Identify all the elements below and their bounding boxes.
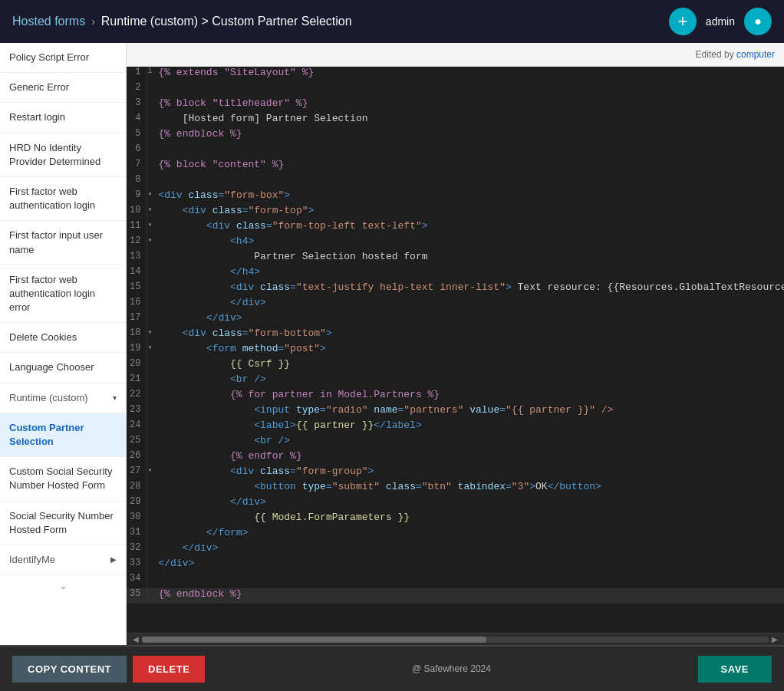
chevron-right-icon: ▶ bbox=[110, 554, 117, 565]
code-line: {% endfor %} bbox=[152, 450, 784, 466]
line-number: 12 bbox=[127, 235, 147, 251]
code-table: 1i{% extends "SiteLayout" %}2 3{% block … bbox=[127, 67, 784, 604]
code-line: Partner Selection hosted form bbox=[152, 251, 784, 266]
line-number: 32 bbox=[127, 542, 147, 558]
line-number: 27 bbox=[127, 466, 147, 481]
bottom-toolbar: COPY CONTENT DELETE @ Safewhere 2024 SAV… bbox=[0, 645, 784, 691]
sidebar-item-language-chooser[interactable]: Language Chooser bbox=[0, 353, 126, 383]
scroll-left-arrow[interactable]: ◀ bbox=[130, 635, 142, 643]
code-line: <div class="form-group"> bbox=[152, 466, 784, 481]
code-line: </div> bbox=[152, 558, 784, 573]
line-number: 26 bbox=[127, 450, 147, 466]
code-line: {{ Model.FormParameters }} bbox=[152, 512, 784, 527]
code-line: <div class="form-top-left text-left"> bbox=[152, 220, 784, 235]
editor-user-link[interactable]: computer bbox=[736, 49, 775, 60]
line-number: 6 bbox=[127, 143, 147, 159]
code-line bbox=[152, 82, 784, 97]
line-number: 24 bbox=[127, 420, 147, 435]
line-number: 11 bbox=[127, 220, 147, 235]
add-button[interactable]: + bbox=[669, 8, 697, 35]
breadcrumb: Hosted forms › Runtime (custom) > Custom… bbox=[12, 15, 352, 28]
line-number: 4 bbox=[127, 113, 147, 128]
line-number: 28 bbox=[127, 481, 147, 496]
line-number: 22 bbox=[127, 389, 147, 404]
code-line: <form method="post"> bbox=[152, 343, 784, 358]
line-number: 3 bbox=[127, 97, 147, 113]
sidebar-item-generic-error[interactable]: Generic Error bbox=[0, 73, 126, 103]
sidebar-item-policy-script-error[interactable]: Policy Script Error bbox=[0, 43, 126, 73]
sidebar-runtime-custom-label: Runtime (custom) bbox=[9, 391, 88, 405]
code-line: <div class="form-bottom"> bbox=[152, 327, 784, 343]
code-line: </div> bbox=[152, 542, 784, 558]
code-line: <br /> bbox=[152, 435, 784, 450]
sidebar-item-custom-ssn-hosted-form[interactable]: Custom Social Security Number Hosted For… bbox=[0, 457, 126, 501]
edited-by-text: Edited by computer bbox=[696, 49, 775, 60]
sidebar-item-restart-login[interactable]: Restart login bbox=[0, 103, 126, 133]
code-line bbox=[152, 143, 784, 159]
line-number: 25 bbox=[127, 435, 147, 450]
sidebar-item-runtime-custom[interactable]: Runtime (custom) ▾ bbox=[0, 383, 126, 413]
code-line bbox=[152, 573, 784, 588]
horizontal-scrollbar[interactable]: ◀ ▶ bbox=[127, 633, 784, 645]
editor-area: Edited by computer 1i{% extends "SiteLay… bbox=[127, 43, 784, 645]
header-actions: + admin ● bbox=[669, 8, 772, 35]
code-line: <br /> bbox=[152, 373, 784, 389]
code-line: <div class="form-top"> bbox=[152, 205, 784, 220]
sidebar-item-first-factor-input-user-name[interactable]: First factor input user name bbox=[0, 221, 126, 265]
scrollbar-track[interactable] bbox=[142, 637, 769, 643]
sidebar-item-custom-partner-selection[interactable]: Custom Partner Selection bbox=[0, 413, 126, 457]
footer-copyright: @ Safewhere 2024 bbox=[412, 663, 491, 674]
line-number: 8 bbox=[127, 174, 147, 189]
breadcrumb-home-link[interactable]: Hosted forms bbox=[12, 15, 85, 28]
line-number: 9 bbox=[127, 189, 147, 205]
scrollbar-thumb[interactable] bbox=[142, 637, 486, 643]
line-number: 16 bbox=[127, 297, 147, 312]
page-title: Runtime (custom) > Custom Partner Select… bbox=[101, 15, 352, 28]
line-number: 33 bbox=[127, 558, 147, 573]
code-line: </div> bbox=[152, 496, 784, 512]
code-line: </div> bbox=[152, 297, 784, 312]
sidebar: Policy Script Error Generic Error Restar… bbox=[0, 43, 127, 645]
code-line: </div> bbox=[152, 312, 784, 327]
line-number: 31 bbox=[127, 527, 147, 542]
code-editor[interactable]: 1i{% extends "SiteLayout" %}2 3{% block … bbox=[127, 67, 784, 633]
line-number: 15 bbox=[127, 281, 147, 297]
code-line: {{ Csrf }} bbox=[152, 358, 784, 373]
avatar[interactable]: ● bbox=[744, 8, 772, 35]
scroll-right-arrow[interactable]: ▶ bbox=[769, 635, 781, 643]
code-line bbox=[152, 174, 784, 189]
line-number: 29 bbox=[127, 496, 147, 512]
sidebar-item-first-factor-web-auth-login[interactable]: First factor web authentication login bbox=[0, 177, 126, 221]
sidebar-item-ssn-hosted-form[interactable]: Social Security Number Hosted Form bbox=[0, 502, 126, 545]
line-number: 35 bbox=[127, 588, 147, 604]
save-button[interactable]: SAVE bbox=[698, 656, 772, 683]
left-buttons: COPY CONTENT DELETE bbox=[12, 656, 205, 683]
line-number: 5 bbox=[127, 128, 147, 143]
line-number: 13 bbox=[127, 251, 147, 266]
sidebar-scroll-down[interactable]: ⌄ bbox=[0, 575, 126, 596]
line-number: 20 bbox=[127, 358, 147, 373]
code-line: <input type="radio" name="partners" valu… bbox=[152, 404, 784, 420]
line-number: 7 bbox=[127, 159, 147, 174]
delete-button[interactable]: DELETE bbox=[133, 656, 205, 683]
sidebar-item-identifyme[interactable]: IdentifyMe ▶ bbox=[0, 545, 126, 575]
code-line: <label>{{ partner }}</label> bbox=[152, 420, 784, 435]
code-line: {% block "titleheader" %} bbox=[152, 97, 784, 113]
line-number: 18 bbox=[127, 327, 147, 343]
copy-content-button[interactable]: COPY CONTENT bbox=[12, 656, 127, 683]
sidebar-identifyme-label: IdentifyMe bbox=[9, 553, 55, 567]
line-number: 23 bbox=[127, 404, 147, 420]
sidebar-item-hrd-no-identity[interactable]: HRD No Identity Provider Determined bbox=[0, 133, 126, 177]
line-number: 34 bbox=[127, 573, 147, 588]
main-content: Policy Script Error Generic Error Restar… bbox=[0, 43, 784, 645]
sidebar-item-delete-cookies[interactable]: Delete Cookies bbox=[0, 323, 126, 353]
code-line: {% endblock %} bbox=[152, 128, 784, 143]
sidebar-item-first-factor-web-auth-login-error[interactable]: First factor web authentication login er… bbox=[0, 265, 126, 324]
code-line: {% for partner in Model.Partners %} bbox=[152, 389, 784, 404]
line-number: 21 bbox=[127, 373, 147, 389]
admin-username: admin bbox=[706, 15, 735, 28]
code-line: {% endblock %} bbox=[152, 588, 784, 604]
breadcrumb-separator: › bbox=[91, 15, 95, 28]
code-line: <div class="form-box"> bbox=[152, 189, 784, 205]
code-line: {% block "content" %} bbox=[152, 159, 784, 174]
